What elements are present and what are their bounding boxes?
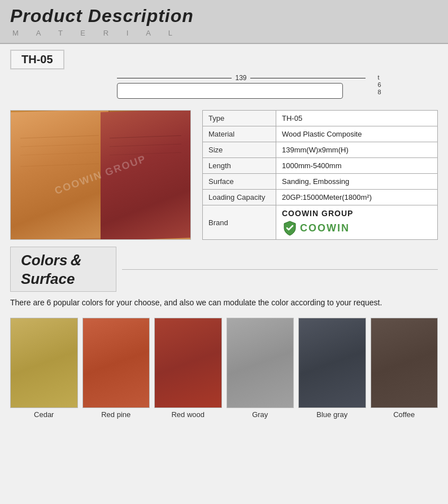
- brand-name: COOWIN GROUP: [282, 209, 353, 218]
- product-image: COOWIN GROUP: [10, 110, 191, 240]
- spec-value-loading: 20GP:15000Meter(1800m²): [276, 190, 438, 205]
- swatch-bluegray-label: Blue gray: [298, 410, 366, 419]
- brand-logo-image: COOWIN: [282, 220, 350, 236]
- spec-label-length: Length: [203, 158, 276, 174]
- brand-logo: COOWIN GROUP COOWIN: [282, 209, 432, 236]
- colors-header-box: Colors＆Surface: [10, 247, 116, 292]
- spec-value-length: 1000mm-5400mm: [276, 158, 438, 174]
- swatch-bluegray-color: [298, 318, 366, 408]
- dimension-box: [117, 83, 343, 99]
- dimension-width-label: 139: [232, 74, 250, 82]
- colors-section: There are 6 popular colors for your choo…: [0, 296, 448, 419]
- swatch-cedar-color: [10, 318, 78, 408]
- spec-row-material: Material Wood Plastic Composite: [203, 126, 438, 142]
- swatch-cedar-label: Cedar: [10, 410, 78, 419]
- spec-value-surface: Sanding, Embossing: [276, 174, 438, 190]
- dimension-side-label: t 6 8: [377, 74, 381, 97]
- swatch-redpine: Red pine: [82, 318, 150, 419]
- spec-value-brand: COOWIN GROUP COOWIN: [276, 205, 438, 240]
- spec-value-size: 139mm(W)x9mm(H): [276, 142, 438, 158]
- spec-row-type: Type TH-05: [203, 111, 438, 126]
- spec-row-size: Size 139mm(W)x9mm(H): [203, 142, 438, 158]
- swatch-coffee-label: Coffee: [371, 410, 438, 419]
- color-swatches: Cedar Red pine Red wood Gray Blue gray C…: [10, 318, 438, 419]
- swatch-gray-label: Gray: [227, 410, 294, 419]
- swatch-redwood-label: Red wood: [154, 410, 222, 419]
- spec-row-brand: Brand COOWIN GROUP COOWIN: [203, 205, 438, 240]
- spec-row-loading: Loading Capacity 20GP:15000Meter(1800m²): [203, 190, 438, 205]
- spec-value-type: TH-05: [276, 111, 438, 126]
- brand-logo-text: COOWIN: [300, 222, 350, 234]
- page-wrapper: Product Description M A T E R I A L TH-0…: [0, 0, 448, 504]
- swatch-gray-color: [227, 318, 294, 408]
- colors-divider: [122, 269, 438, 270]
- swatch-cedar: Cedar: [10, 318, 78, 419]
- material-label: M A T E R I A L: [10, 29, 438, 37]
- dimension-section: 139 t 6 8: [0, 69, 448, 101]
- specs-table: Type TH-05 Material Wood Plastic Composi…: [202, 110, 438, 240]
- colors-header-wrapper: Colors＆Surface: [10, 247, 438, 292]
- dimension-top-line: 139: [117, 74, 366, 82]
- swatch-redwood-color: [154, 318, 222, 408]
- spec-label-loading: Loading Capacity: [203, 190, 276, 205]
- dimension-diagram: 139 t 6 8: [117, 74, 366, 99]
- swatch-coffee: Coffee: [371, 318, 438, 419]
- colors-heading: Colors＆Surface: [21, 252, 82, 287]
- spec-row-surface: Surface Sanding, Embossing: [203, 174, 438, 190]
- swatch-redpine-label: Red pine: [82, 410, 150, 419]
- swatch-redwood: Red wood: [154, 318, 222, 419]
- colors-description: There are 6 popular colors for your choo…: [10, 296, 438, 309]
- product-main: COOWIN GROUP Type TH-05 Material Wood Pl…: [0, 101, 448, 247]
- spec-row-length: Length 1000mm-5400mm: [203, 158, 438, 174]
- spec-value-material: Wood Plastic Composite: [276, 126, 438, 142]
- product-id-tag: TH-05: [10, 50, 64, 69]
- spec-label-type: Type: [203, 111, 276, 126]
- spec-label-material: Material: [203, 126, 276, 142]
- swatch-bluegray: Blue gray: [298, 318, 366, 419]
- swatch-coffee-color: [371, 318, 438, 408]
- spec-label-size: Size: [203, 142, 276, 158]
- swatch-redpine-color: [82, 318, 150, 408]
- product-id-section: TH-05: [0, 44, 448, 69]
- page-title: Product Description: [10, 6, 438, 27]
- swatch-gray: Gray: [227, 318, 294, 419]
- header: Product Description M A T E R I A L: [0, 0, 448, 44]
- spec-label-brand: Brand: [203, 205, 276, 240]
- coowin-shield-icon: [282, 220, 298, 236]
- spec-label-surface: Surface: [203, 174, 276, 190]
